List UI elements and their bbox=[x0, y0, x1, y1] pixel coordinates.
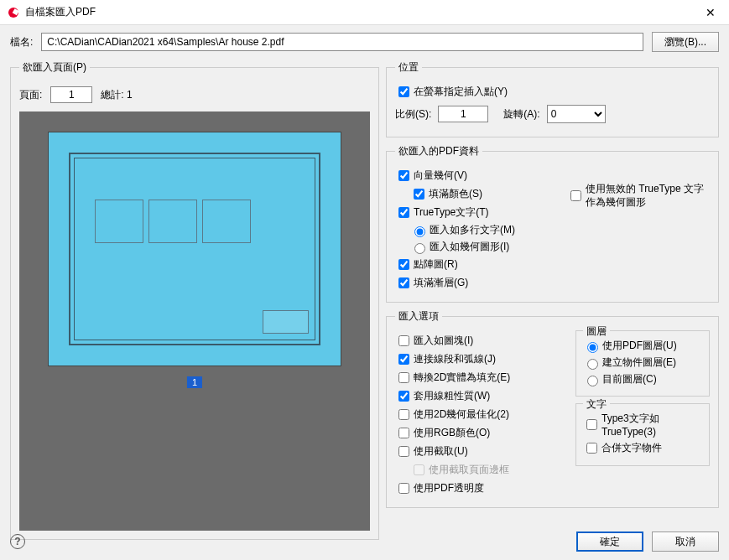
ok-button[interactable]: 確定 bbox=[576, 531, 643, 552]
invalid-tt-label: 使用無效的 TrueType 文字作為幾何圖形 bbox=[586, 183, 710, 209]
invalid-tt-checkbox[interactable] bbox=[570, 190, 581, 201]
text-subgroup: 文字 Type3文字如TrueType(3) 合併文字物件 bbox=[575, 403, 710, 466]
import-options-group: 匯入選項 匯入如圖塊(I) 連接線段和弧線(J) 轉換2D實體為填充(E) 套用… bbox=[386, 309, 719, 508]
type3-label: Type3文字如TrueType(3) bbox=[601, 412, 702, 438]
rgb-label: 使用RGB顏色(O) bbox=[414, 426, 490, 440]
scale-input[interactable] bbox=[438, 106, 488, 122]
specify-onscreen-label: 在螢幕指定插入點(Y) bbox=[414, 85, 508, 99]
transparency-label: 使用PDF透明度 bbox=[414, 481, 484, 495]
pages-group: 欲匯入頁面(P) 頁面: 總計: 1 1 bbox=[10, 60, 379, 540]
app-logo-icon bbox=[7, 6, 20, 19]
best-2d-label: 使用2D幾何最佳化(2) bbox=[414, 407, 509, 422]
filename-label: 檔名: bbox=[10, 35, 33, 49]
as-block-label: 匯入如圖塊(I) bbox=[414, 334, 473, 348]
use-pdf-layer-label: 使用PDF圖層(U) bbox=[602, 339, 677, 353]
best-2d-checkbox[interactable] bbox=[398, 409, 409, 420]
import-multiline-radio[interactable] bbox=[414, 226, 425, 237]
merge-text-label: 合併文字物件 bbox=[601, 441, 662, 455]
raster-label: 點陣圖(R) bbox=[414, 257, 458, 272]
page-preview: 1 bbox=[19, 111, 370, 531]
join-lines-checkbox[interactable] bbox=[398, 354, 409, 365]
page-input[interactable] bbox=[50, 86, 92, 103]
gradient-checkbox[interactable] bbox=[398, 277, 409, 288]
vector-label: 向量幾何(V) bbox=[414, 169, 467, 183]
rgb-checkbox[interactable] bbox=[398, 428, 409, 438]
truetype-label: TrueType文字(T) bbox=[414, 205, 489, 220]
import-multiline-label: 匯入如多行文字(M) bbox=[430, 223, 515, 237]
create-obj-layer-label: 建立物件圖層(E) bbox=[602, 355, 676, 370]
specify-onscreen-checkbox[interactable] bbox=[398, 86, 409, 97]
clip-checkbox[interactable] bbox=[398, 446, 409, 457]
cancel-button[interactable]: 取消 bbox=[652, 531, 719, 552]
clip-bounds-checkbox bbox=[414, 464, 424, 475]
help-icon[interactable]: ? bbox=[10, 534, 25, 549]
rotate-select[interactable]: 0 bbox=[547, 105, 606, 123]
page-badge: 1 bbox=[187, 376, 202, 388]
window-title: 自檔案匯入PDF bbox=[25, 5, 699, 19]
create-obj-layer-radio[interactable] bbox=[587, 359, 598, 370]
layers-legend: 圖層 bbox=[583, 324, 610, 339]
type3-checkbox[interactable] bbox=[586, 419, 597, 430]
close-icon[interactable]: ✕ bbox=[699, 3, 722, 23]
layers-subgroup: 圖層 使用PDF圖層(U) 建立物件圖層(E) 目前圖層(C) bbox=[575, 330, 710, 397]
apply-lw-label: 套用線粗性質(W) bbox=[414, 389, 490, 403]
clip-label: 使用截取(U) bbox=[414, 444, 468, 459]
merge-text-checkbox[interactable] bbox=[586, 443, 597, 454]
apply-lw-checkbox[interactable] bbox=[398, 391, 409, 402]
pages-legend: 欲匯入頁面(P) bbox=[19, 60, 90, 75]
as-block-checkbox[interactable] bbox=[398, 335, 409, 346]
position-legend: 位置 bbox=[395, 60, 422, 75]
position-group: 位置 在螢幕指定插入點(Y) 比例(S): 旋轉(A): 0 bbox=[386, 60, 719, 137]
truetype-checkbox[interactable] bbox=[398, 207, 409, 218]
page-total: 總計: 1 bbox=[101, 88, 132, 102]
import-geometry-radio[interactable] bbox=[414, 243, 425, 254]
vector-checkbox[interactable] bbox=[398, 170, 409, 181]
clip-bounds-label: 使用截取頁面邊框 bbox=[429, 463, 509, 477]
join-lines-label: 連接線段和弧線(J) bbox=[414, 352, 496, 366]
gradient-label: 填滿漸層(G) bbox=[414, 276, 468, 290]
browse-button[interactable]: 瀏覽(B)... bbox=[652, 32, 719, 52]
use-pdf-layer-radio[interactable] bbox=[587, 342, 598, 353]
current-layer-label: 目前圖層(C) bbox=[602, 372, 657, 386]
convert-2d-label: 轉換2D實體為填充(E) bbox=[414, 371, 510, 385]
import-options-legend: 匯入選項 bbox=[395, 309, 442, 324]
scale-label: 比例(S): bbox=[395, 107, 431, 122]
current-layer-radio[interactable] bbox=[587, 376, 598, 386]
pdf-data-legend: 欲匯入的PDF資料 bbox=[395, 144, 482, 158]
filename-input[interactable] bbox=[41, 33, 643, 51]
fillcolor-label: 填滿顏色(S) bbox=[429, 187, 482, 201]
rotate-label: 旋轉(A): bbox=[503, 107, 539, 122]
page-label: 頁面: bbox=[19, 88, 42, 102]
import-geometry-label: 匯入如幾何圖形(I) bbox=[430, 240, 509, 254]
pdf-data-group: 欲匯入的PDF資料 向量幾何(V) 填滿顏色(S) TrueType文字(T) … bbox=[386, 144, 719, 303]
fillcolor-checkbox[interactable] bbox=[414, 189, 424, 200]
convert-2d-checkbox[interactable] bbox=[398, 372, 409, 383]
text-legend: 文字 bbox=[583, 397, 610, 412]
raster-checkbox[interactable] bbox=[398, 259, 409, 270]
transparency-checkbox[interactable] bbox=[398, 483, 409, 494]
